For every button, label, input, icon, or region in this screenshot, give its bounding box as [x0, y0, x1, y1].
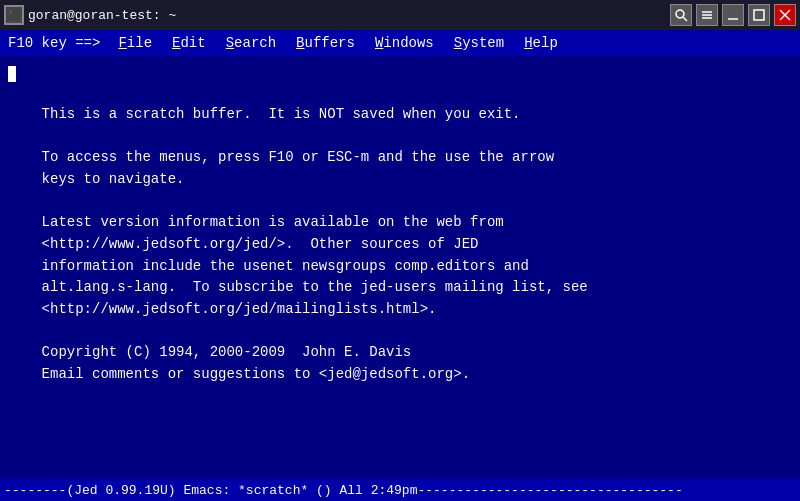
terminal-icon: ⬛ [4, 5, 24, 25]
editor-line [8, 321, 792, 343]
svg-line-3 [683, 17, 687, 21]
editor-line [8, 429, 792, 451]
menu-button[interactable] [696, 4, 718, 26]
search-button[interactable] [670, 4, 692, 26]
menu-help[interactable]: Help [514, 33, 568, 53]
title-bar-left: ⬛ goran@goran-test: ~ [4, 5, 176, 25]
editor-line: This is a scratch buffer. It is NOT save… [8, 104, 792, 126]
menu-system[interactable]: System [444, 33, 514, 53]
editor-line [8, 407, 792, 429]
window-title: goran@goran-test: ~ [28, 8, 176, 23]
menu-buffers[interactable]: Buffers [286, 33, 365, 53]
svg-text:⬛: ⬛ [8, 9, 22, 23]
title-bar: ⬛ goran@goran-test: ~ [0, 0, 800, 30]
editor-line [8, 472, 792, 479]
editor-area[interactable]: This is a scratch buffer. It is NOT save… [0, 56, 800, 479]
editor-line: alt.lang.s-lang. To subscribe to the jed… [8, 277, 792, 299]
cursor-line [8, 66, 792, 82]
editor-content: This is a scratch buffer. It is NOT save… [8, 82, 792, 479]
title-bar-controls [670, 4, 796, 26]
editor-line [8, 125, 792, 147]
editor-line [8, 190, 792, 212]
text-cursor [8, 66, 16, 82]
editor-line: information include the usenet newsgroup… [8, 256, 792, 278]
restore-button[interactable] [748, 4, 770, 26]
editor-line: <http://www.jedsoft.org/jed/mailinglists… [8, 299, 792, 321]
menu-search[interactable]: Search [216, 33, 286, 53]
svg-rect-8 [754, 10, 764, 20]
close-button[interactable] [774, 4, 796, 26]
editor-line [8, 386, 792, 408]
svg-point-2 [676, 10, 684, 18]
editor-line [8, 82, 792, 104]
status-bar: --------(Jed 0.99.19U) Emacs: *scratch* … [0, 479, 800, 501]
menu-file[interactable]: File [108, 33, 162, 53]
menu-windows[interactable]: Windows [365, 33, 444, 53]
status-text: --------(Jed 0.99.19U) Emacs: *scratch* … [4, 483, 683, 498]
editor-line: To access the menus, press F10 or ESC-m … [8, 147, 792, 169]
menu-edit[interactable]: Edit [162, 33, 216, 53]
editor-line: <http://www.jedsoft.org/jed/>. Other sou… [8, 234, 792, 256]
editor-line: Email comments or suggestions to <jed@je… [8, 364, 792, 386]
editor-line: Latest version information is available … [8, 212, 792, 234]
menu-bar: F10 key ==> File Edit Search Buffers Win… [0, 30, 800, 56]
minimize-button[interactable] [722, 4, 744, 26]
editor-line: keys to navigate. [8, 169, 792, 191]
editor-line: Copyright (C) 1994, 2000-2009 John E. Da… [8, 342, 792, 364]
editor-line [8, 451, 792, 473]
f10-label: F10 key ==> [0, 35, 108, 51]
